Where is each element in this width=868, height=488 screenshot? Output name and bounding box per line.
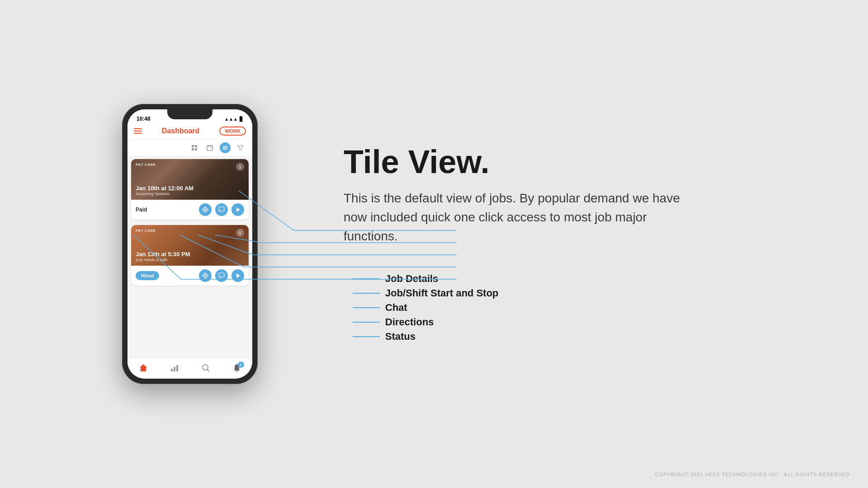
- svg-rect-3: [195, 148, 197, 150]
- svg-point-13: [204, 209, 206, 211]
- job-date-2: Jan 13th at 5:30 PM: [136, 251, 190, 258]
- callouts-container: Job Details Job/Shift Start and Stop Cha…: [353, 273, 832, 343]
- phone-frame: 10:48 ▲▲▲ ▊ Dashboard WORK: [122, 104, 258, 384]
- job-name-1: Grooming NeeNee: [136, 192, 193, 196]
- info-section: Tile View. This is the default view of j…: [316, 118, 868, 370]
- nav-stats[interactable]: [170, 363, 179, 372]
- start-stop-btn-2[interactable]: [231, 269, 244, 282]
- chat-btn-1[interactable]: [215, 203, 228, 216]
- svg-rect-19: [219, 273, 224, 277]
- section-description: This is the default view of jobs. By pop…: [344, 189, 687, 246]
- nav-search[interactable]: [201, 363, 210, 372]
- job-image-1: PET CARE i Jan 10th at 12:00 AM Grooming…: [131, 159, 249, 200]
- job-image-2: PET CARE i Jan 13th at 5:30 PM Izzy need…: [131, 225, 249, 266]
- svg-rect-24: [174, 367, 175, 371]
- svg-point-28: [236, 371, 238, 372]
- phone-screen: 10:48 ▲▲▲ ▊ Dashboard WORK: [127, 109, 252, 379]
- app-content: PET CARE i Jan 10th at 12:00 AM Grooming…: [127, 156, 252, 358]
- svg-marker-16: [236, 207, 240, 212]
- card-view-icon[interactable]: [189, 142, 200, 153]
- svg-rect-2: [192, 148, 194, 150]
- status-time: 10:48: [137, 116, 151, 122]
- job-date-1: Jan 10th at 12:00 AM: [136, 185, 193, 192]
- callout-line-2: [353, 293, 380, 294]
- phone-section: 10:48 ▲▲▲ ▊ Dashboard WORK: [63, 0, 316, 488]
- callout-line-1: [353, 278, 380, 279]
- job-actions-1: Paid: [131, 200, 249, 220]
- chat-btn-2[interactable]: [215, 269, 228, 282]
- callout-job-details: Job Details: [353, 273, 832, 285]
- notification-badge: 2: [238, 361, 244, 368]
- job-status-1: Paid: [136, 206, 195, 213]
- view-controls: [127, 140, 252, 156]
- section-title: Tile View.: [344, 145, 832, 178]
- callout-label-chat: Chat: [385, 302, 407, 314]
- svg-rect-25: [176, 365, 178, 371]
- calendar-view-icon[interactable]: [204, 142, 215, 153]
- job-card-2: PET CARE i Jan 13th at 5:30 PM Izzy need…: [131, 225, 249, 286]
- phone-notch: [167, 109, 212, 119]
- svg-marker-22: [140, 364, 147, 371]
- status-icons: ▲▲▲ ▊: [224, 117, 243, 122]
- filter-icon[interactable]: [235, 142, 246, 153]
- job-name-2: Izzy needs a bath: [136, 258, 190, 262]
- callout-label-directions: Directions: [385, 316, 434, 328]
- callout-label-job-details: Job Details: [385, 273, 438, 285]
- svg-line-27: [207, 369, 209, 371]
- svg-rect-1: [195, 145, 197, 147]
- callout-label-shift: Job/Shift Start and Stop: [385, 287, 499, 299]
- pet-care-label-2: PET CARE: [136, 229, 156, 233]
- nav-notifications[interactable]: 2: [232, 363, 241, 372]
- hired-status-badge[interactable]: Hired: [136, 271, 159, 280]
- work-badge[interactable]: WORK: [219, 127, 246, 136]
- directions-btn-1[interactable]: [199, 203, 212, 216]
- svg-rect-23: [171, 369, 173, 371]
- copyright-text: COPYRIGHT 2021 HEFE TECHNOLOGIES INC · A…: [655, 472, 850, 477]
- callout-line-5: [353, 336, 380, 337]
- directions-btn-2[interactable]: [199, 269, 212, 282]
- svg-rect-14: [219, 207, 224, 211]
- start-stop-btn-1[interactable]: [231, 203, 244, 216]
- callout-label-status: Status: [385, 331, 415, 343]
- callout-line-4: [353, 322, 380, 323]
- svg-point-18: [204, 275, 206, 277]
- callout-chat: Chat: [353, 302, 832, 314]
- svg-rect-4: [207, 145, 212, 150]
- battery-icon: ▊: [240, 117, 243, 122]
- app-header: Dashboard WORK: [127, 124, 252, 140]
- callout-line-3: [353, 307, 380, 308]
- callout-status: Status: [353, 331, 832, 343]
- nav-home[interactable]: [139, 363, 148, 372]
- svg-marker-21: [236, 273, 240, 278]
- pet-care-label-1: PET CARE: [136, 163, 156, 167]
- signal-icon: ▲▲▲: [224, 117, 238, 122]
- app-title: Dashboard: [162, 127, 200, 135]
- hamburger-menu-icon[interactable]: [134, 128, 142, 134]
- job-info-icon-2[interactable]: i: [236, 229, 244, 237]
- callout-shift: Job/Shift Start and Stop: [353, 287, 832, 299]
- list-view-icon[interactable]: [220, 142, 231, 153]
- job-actions-2: Hired: [131, 266, 249, 286]
- job-card-1: PET CARE i Jan 10th at 12:00 AM Grooming…: [131, 159, 249, 220]
- callout-directions: Directions: [353, 316, 832, 328]
- job-info-icon-1[interactable]: i: [236, 163, 244, 171]
- bottom-nav: 2: [127, 358, 252, 379]
- svg-rect-0: [192, 145, 194, 147]
- svg-marker-11: [238, 145, 243, 150]
